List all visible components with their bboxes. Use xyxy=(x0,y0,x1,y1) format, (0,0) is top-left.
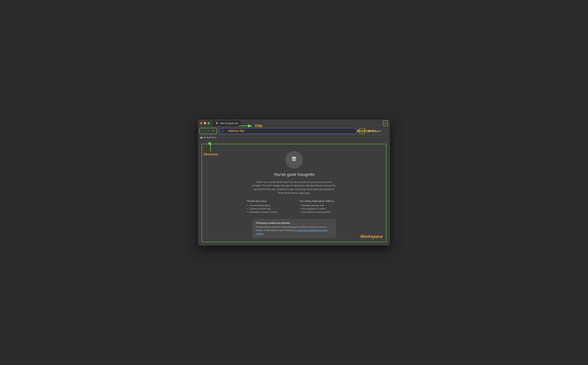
url-input[interactable] xyxy=(228,129,355,133)
shortcuts-annotation-container: Shortcuts xyxy=(203,142,218,156)
reload-button[interactable]: ↻ xyxy=(211,128,216,133)
svg-rect-4 xyxy=(216,123,218,124)
incognito-description: Others who use this device won't see you… xyxy=(252,180,336,195)
google-logo: G xyxy=(221,129,225,133)
title-arrow xyxy=(238,124,254,128)
all-bookmarks-label: All Bookmarks xyxy=(203,136,217,139)
workspace-label: Workspace xyxy=(360,234,383,239)
title-annotation-label: Title xyxy=(254,124,262,128)
maximize-button[interactable] xyxy=(208,122,210,124)
bookmarks-bar: All Bookmarks xyxy=(198,135,390,140)
list-item: Information entered in forms xyxy=(247,211,289,213)
title-bar: New Incognito tab ▾ xyxy=(198,119,390,127)
bookmarks-annotation-label: Bookmarks xyxy=(357,129,376,133)
all-bookmarks-item[interactable]: All Bookmarks xyxy=(200,136,217,139)
new-tab-dropdown[interactable]: ▾ xyxy=(383,120,388,126)
still-visible-title: Your activity might still be visible to: xyxy=(299,200,341,202)
chrome-wont-save-title: Chrome won't save: xyxy=(247,200,289,202)
still-visible-section: Your activity might still be visible to:… xyxy=(299,200,341,214)
minimize-button[interactable] xyxy=(204,122,206,124)
still-visible-list: Websites that you visit Your employer or… xyxy=(299,204,341,213)
cookies-title: Third-party cookies are blocked xyxy=(256,222,332,224)
incognito-heading: You've gone Incognito xyxy=(274,172,315,177)
nav-buttons: ← → ↻ xyxy=(199,128,217,134)
svg-rect-1 xyxy=(216,123,218,123)
workspace-area: You've gone Incognito Others who use thi… xyxy=(202,144,386,242)
incognito-hero-icon xyxy=(285,151,303,168)
incognito-tab[interactable]: New Incognito tab xyxy=(213,121,241,126)
title-annotation-container: Title xyxy=(238,124,262,128)
browser-window: New Incognito tab ▾ ← → ↻ G | ☆ xyxy=(198,119,390,246)
learn-more-link[interactable]: Learn more xyxy=(298,192,310,194)
chrome-wont-save-list: Your browsing history Cookies and site d… xyxy=(247,204,289,213)
content-area: You've gone Incognito Others who use thi… xyxy=(198,140,390,246)
list-item: Cookies and site data xyxy=(247,207,289,210)
list-item: Your browsing history xyxy=(247,204,289,207)
address-divider: | xyxy=(226,129,227,133)
shortcuts-arrow xyxy=(208,142,213,153)
incognito-icon xyxy=(215,122,218,125)
back-button[interactable]: ← xyxy=(201,128,205,133)
traffic-lights xyxy=(200,122,210,124)
two-column-section: Chrome won't save: Your browsing history… xyxy=(247,200,341,214)
tab-title: New Incognito tab xyxy=(220,122,238,125)
svg-rect-6 xyxy=(200,137,201,137)
chrome-wont-save-section: Chrome won't save: Your browsing history… xyxy=(247,200,289,214)
forward-button[interactable]: → xyxy=(206,128,211,133)
list-item: Your employer or school xyxy=(299,207,341,210)
close-button[interactable] xyxy=(200,122,203,124)
list-item: Your Internet service provider xyxy=(299,211,341,213)
shortcuts-annotation-label: Shortcuts xyxy=(203,153,218,156)
list-item: Websites that you visit xyxy=(299,204,341,207)
menu-button[interactable]: ⋮ xyxy=(384,128,389,133)
bookmarks-folder-icon xyxy=(200,136,203,139)
cookies-notice: Third-party cookies are blocked Chrome b… xyxy=(252,219,336,239)
cookies-text: Chrome blocks sites from using third-par… xyxy=(256,225,332,236)
bookmarks-annotation-container: Bookmarks xyxy=(357,129,376,133)
address-bar[interactable]: G | xyxy=(219,128,357,134)
svg-point-9 xyxy=(293,157,295,158)
incognito-figure-icon xyxy=(289,155,299,165)
